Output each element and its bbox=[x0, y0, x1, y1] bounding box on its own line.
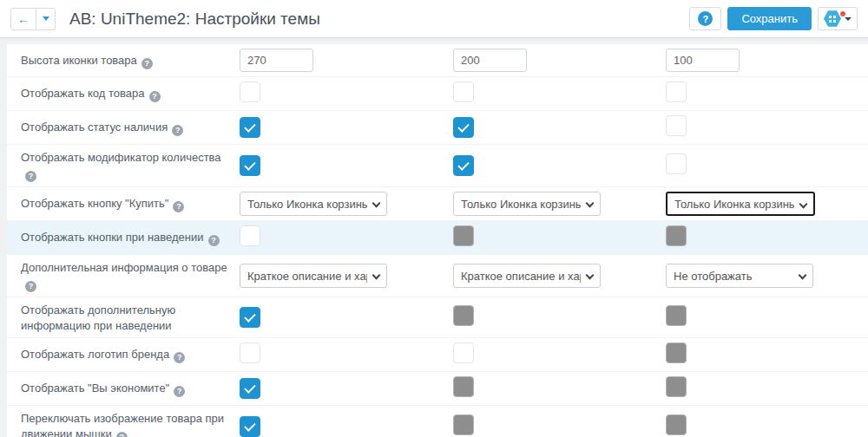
checkbox[interactable] bbox=[453, 342, 474, 363]
row-control-cell bbox=[666, 153, 868, 178]
hexagon-module-icon bbox=[824, 10, 841, 28]
checkbox[interactable] bbox=[240, 378, 260, 399]
dropdown-select[interactable]: Краткое описание и характери bbox=[240, 264, 387, 288]
row-control-cell bbox=[240, 49, 453, 72]
settings-row: Переключать изображение товара при движе… bbox=[7, 406, 868, 437]
checkbox bbox=[453, 305, 474, 326]
help-tooltip-icon[interactable]: ? bbox=[173, 201, 184, 212]
row-control-cell bbox=[666, 225, 868, 250]
row-control-cell bbox=[240, 378, 453, 399]
checkbox[interactable] bbox=[666, 153, 687, 174]
row-label-cell: Отображать кнопку "Купить"? bbox=[21, 195, 240, 212]
row-control-cell bbox=[666, 376, 868, 401]
dropdown-select[interactable]: Краткое описание и характери bbox=[453, 264, 601, 288]
save-button[interactable]: Сохранить bbox=[727, 7, 812, 30]
row-control-cell bbox=[453, 376, 666, 401]
help-tooltip-icon[interactable]: ? bbox=[172, 125, 183, 136]
row-control-cell: Не отображать bbox=[666, 264, 868, 288]
row-label: Высота иконки товара bbox=[21, 54, 137, 67]
row-label-cell: Отображать статус наличия? bbox=[21, 119, 240, 136]
row-label-cell: Отображать логотип бренда? bbox=[21, 346, 240, 363]
selected-option-label: Только Иконка корзины bbox=[461, 198, 581, 211]
help-tooltip-icon[interactable]: ? bbox=[149, 91, 161, 102]
row-label-cell: Высота иконки товара? bbox=[21, 52, 240, 69]
chevron-down-icon bbox=[372, 199, 381, 208]
row-label-cell: Отображать код товара? bbox=[21, 85, 240, 102]
selected-option-label: Только Иконка корзины bbox=[674, 198, 794, 211]
caret-down-icon bbox=[845, 17, 852, 21]
row-control-cell bbox=[666, 49, 868, 72]
back-button[interactable]: ← bbox=[10, 8, 36, 30]
row-control-cell bbox=[240, 342, 453, 367]
top-header-bar: ← AB: UniTheme2: Настройки темы ? Сохран… bbox=[0, 0, 868, 38]
row-control-cell bbox=[453, 49, 666, 72]
row-label: Дополнительная информация о товаре bbox=[21, 261, 227, 274]
module-menu-button[interactable] bbox=[818, 7, 858, 30]
header-actions: ? Сохранить bbox=[689, 7, 858, 30]
checkbox[interactable] bbox=[240, 342, 260, 363]
selected-option-label: Краткое описание и характери bbox=[247, 270, 367, 283]
caret-down-icon bbox=[43, 16, 49, 21]
help-button[interactable]: ? bbox=[689, 7, 721, 30]
checkbox[interactable] bbox=[240, 416, 260, 437]
settings-row: Высота иконки товара? bbox=[7, 43, 868, 77]
checkbox[interactable] bbox=[666, 115, 687, 136]
help-tooltip-icon[interactable]: ? bbox=[174, 386, 185, 397]
row-label-cell: Отображать модификатор количества? bbox=[21, 149, 240, 182]
help-tooltip-icon[interactable]: ? bbox=[116, 432, 128, 437]
row-label: Отображать кнопки при наведении bbox=[21, 231, 204, 244]
settings-row: Отображать модификатор количества? bbox=[7, 145, 868, 187]
page-title: AB: UniTheme2: Настройки темы bbox=[69, 10, 689, 29]
help-tooltip-icon[interactable]: ? bbox=[174, 352, 185, 363]
checkbox[interactable] bbox=[453, 155, 474, 176]
row-label: Отображать статус наличия bbox=[21, 121, 168, 134]
dropdown-select[interactable]: Только Иконка корзины bbox=[240, 192, 387, 216]
checkbox bbox=[666, 376, 687, 397]
help-tooltip-icon[interactable]: ? bbox=[141, 58, 153, 69]
row-control-cell bbox=[453, 155, 666, 176]
checkbox[interactable] bbox=[453, 82, 474, 102]
dropdown-select[interactable]: Только Иконка корзины bbox=[453, 192, 601, 216]
row-control-cell bbox=[666, 414, 868, 437]
row-control-cell bbox=[240, 117, 453, 138]
checkbox bbox=[666, 305, 687, 326]
checkbox[interactable] bbox=[453, 117, 474, 138]
text-input[interactable] bbox=[666, 49, 740, 72]
dropdown-select[interactable]: Не отображать bbox=[666, 264, 813, 288]
row-control-cell bbox=[453, 82, 666, 106]
chevron-down-icon bbox=[372, 271, 381, 280]
row-control-cell bbox=[666, 82, 868, 106]
checkbox[interactable] bbox=[240, 82, 260, 102]
row-control-cell: Краткое описание и характери bbox=[240, 264, 453, 288]
notification-dot-badge bbox=[839, 10, 846, 17]
row-control-cell bbox=[240, 416, 453, 437]
text-input[interactable] bbox=[240, 49, 313, 72]
chevron-down-icon bbox=[586, 271, 595, 280]
row-label: Отображать логотип бренда bbox=[21, 348, 169, 361]
checkbox[interactable] bbox=[240, 307, 260, 328]
row-control-cell: Краткое описание и характери bbox=[453, 264, 666, 288]
help-tooltip-icon[interactable]: ? bbox=[25, 281, 36, 292]
dropdown-select[interactable]: Только Иконка корзины bbox=[666, 192, 815, 216]
settings-row: Отображать код товара? bbox=[7, 77, 868, 111]
text-input[interactable] bbox=[453, 49, 527, 72]
row-control-cell bbox=[240, 155, 453, 176]
row-control-cell bbox=[666, 115, 868, 140]
selected-option-label: Только Иконка корзины bbox=[247, 198, 367, 211]
checkbox[interactable] bbox=[240, 155, 260, 176]
question-circle-icon: ? bbox=[698, 11, 713, 26]
row-label-cell: Отображать "Вы экономите"? bbox=[21, 380, 240, 397]
row-control-cell bbox=[240, 82, 453, 106]
row-control-cell bbox=[453, 117, 666, 138]
row-label-cell: Отображать кнопки при наведении? bbox=[21, 229, 240, 246]
checkbox[interactable] bbox=[240, 225, 260, 246]
selected-option-label: Не отображать bbox=[674, 270, 793, 283]
help-tooltip-icon[interactable]: ? bbox=[25, 171, 36, 182]
checkbox[interactable] bbox=[240, 117, 260, 138]
checkbox[interactable] bbox=[666, 82, 687, 102]
checkbox bbox=[453, 225, 474, 246]
help-tooltip-icon[interactable]: ? bbox=[208, 235, 220, 246]
row-label: Отображать кнопку "Купить" bbox=[21, 197, 168, 210]
back-dropdown-button[interactable] bbox=[36, 8, 56, 30]
settings-row: Отображать дополнительную информацию при… bbox=[7, 297, 868, 338]
